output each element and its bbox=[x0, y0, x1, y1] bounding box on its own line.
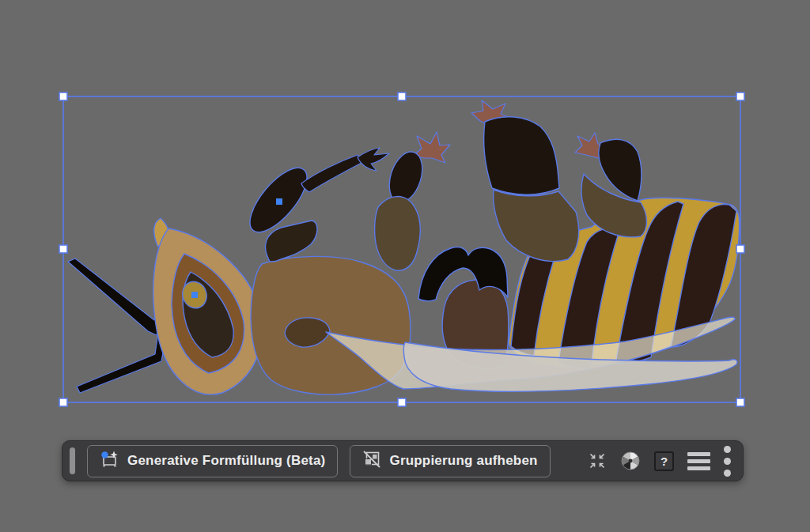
bee-antenna-lower[interactable] bbox=[77, 333, 166, 393]
menu-icon[interactable] bbox=[687, 452, 710, 470]
anchor-point[interactable] bbox=[276, 198, 282, 205]
leg-segment[interactable] bbox=[375, 197, 421, 271]
credits-wheel-icon[interactable] bbox=[620, 451, 641, 471]
generative-fill-button[interactable]: Generative Formfüllung (Beta) bbox=[87, 445, 338, 477]
selection-handle-top-mid[interactable] bbox=[398, 92, 406, 100]
more-options-icon[interactable] bbox=[724, 446, 731, 477]
bee-leg-2[interactable] bbox=[375, 132, 450, 270]
illustrator-canvas: Generative Formfüllung (Beta) Gruppierun… bbox=[0, 0, 810, 532]
collapse-taskbar-icon[interactable] bbox=[588, 451, 607, 470]
help-label: ? bbox=[660, 455, 668, 468]
generative-fill-icon bbox=[100, 450, 119, 473]
selection-handle-bottom-mid[interactable] bbox=[398, 398, 406, 406]
selection-handle-mid-right[interactable] bbox=[736, 245, 744, 253]
bee-illustration[interactable] bbox=[68, 100, 740, 394]
help-icon[interactable]: ? bbox=[654, 451, 674, 471]
generative-fill-label: Generative Formfüllung (Beta) bbox=[127, 453, 325, 469]
selection-handle-top-right[interactable] bbox=[736, 92, 744, 100]
leg-segment[interactable] bbox=[494, 190, 579, 262]
taskbar-drag-handle[interactable] bbox=[70, 447, 75, 474]
selection-handle-top-left[interactable] bbox=[59, 92, 67, 100]
leg-claw[interactable] bbox=[358, 148, 389, 171]
selection-handle-mid-left[interactable] bbox=[59, 245, 67, 253]
leg-segment[interactable] bbox=[484, 117, 559, 195]
selection-handle-bottom-left[interactable] bbox=[59, 398, 67, 406]
bee-leg-4[interactable] bbox=[575, 133, 647, 237]
bee-leg-3[interactable] bbox=[471, 100, 579, 262]
anchor-point[interactable] bbox=[191, 292, 198, 298]
leg-segment[interactable] bbox=[301, 155, 363, 192]
selection-handle-bottom-right[interactable] bbox=[736, 398, 744, 406]
bee-leg-1[interactable] bbox=[240, 148, 389, 262]
ungroup-label: Gruppierung aufheben bbox=[389, 453, 537, 469]
contextual-task-bar: Generative Formfüllung (Beta) Gruppierun… bbox=[62, 440, 744, 481]
taskbar-icon-group: ? bbox=[588, 446, 731, 477]
ungroup-button[interactable]: Gruppierung aufheben bbox=[350, 445, 550, 477]
ungroup-icon bbox=[362, 450, 381, 473]
